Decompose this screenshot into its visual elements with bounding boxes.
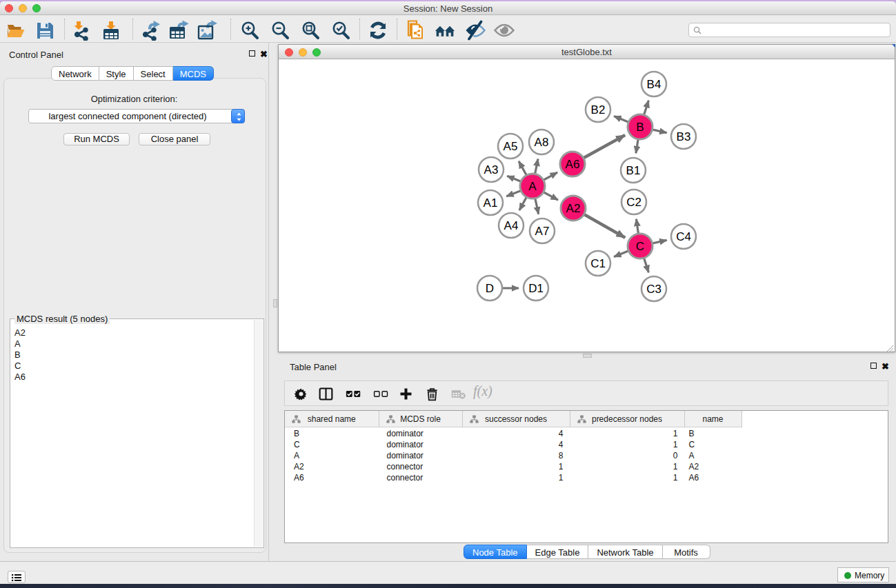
column-header-predecessor-nodes[interactable]: predecessor nodes [570,411,685,427]
cell[interactable]: connector [387,473,424,483]
cell[interactable]: 1 [673,429,678,438]
cell[interactable]: connector [387,462,424,472]
table-row-A6[interactable]: A6connector11A6 [285,472,888,483]
graph-node-B4[interactable]: B4 [641,72,666,97]
mcds-result-item[interactable]: A [14,338,254,349]
table-tab-network-table[interactable]: Network Table [588,545,662,559]
zoom-out-icon[interactable] [270,20,290,41]
function-builder-icon[interactable]: f(x) [473,383,492,399]
table-row-B[interactable]: Bdominator41B [285,428,888,439]
tab-style[interactable]: Style [99,66,134,81]
cell[interactable]: 1 [559,462,564,472]
graph-node-C[interactable]: C [628,234,653,258]
float-panel-icon[interactable] [249,50,255,57]
graph-node-C2[interactable]: C2 [621,190,646,214]
cell[interactable]: A6 [294,473,304,483]
zoom-fit-icon[interactable] [300,20,321,41]
zoom-selected-icon[interactable] [330,20,351,41]
resize-grip-icon[interactable] [886,343,894,351]
vertical-split-handle[interactable] [273,299,277,307]
cell[interactable]: A6 [689,473,699,483]
new-network-from-selection-icon[interactable] [406,20,426,41]
table-row-C[interactable]: Cdominator41C [285,439,888,450]
graph-node-D1[interactable]: D1 [524,276,548,301]
cell[interactable]: C [689,440,695,449]
cell[interactable]: C [294,440,300,449]
cell[interactable]: B [689,429,695,438]
first-neighbors-icon[interactable] [435,20,455,41]
table-float-icon[interactable] [870,363,877,369]
table-close-icon[interactable]: ✖ [882,362,889,371]
cell[interactable]: 1 [559,473,564,483]
column-header-successor-nodes[interactable]: successor nodes [463,411,570,427]
cell[interactable]: dominator [387,429,424,438]
graph-node-C4[interactable]: C4 [671,224,696,249]
delete-column-icon[interactable] [424,386,440,402]
task-history-button[interactable] [8,571,26,583]
save-session-icon[interactable] [34,20,55,41]
refresh-icon[interactable] [368,20,388,41]
cell[interactable]: 4 [559,429,564,438]
deselect-all-icon[interactable] [373,386,389,402]
graph-node-A4[interactable]: A4 [499,213,524,238]
table-settings-gear-icon[interactable] [293,386,309,402]
mcds-result-item[interactable]: A2 [14,327,254,338]
graph-node-A5[interactable]: A5 [498,134,523,159]
graph-node-C3[interactable]: C3 [641,276,666,301]
cell[interactable]: 1 [673,473,678,483]
show-all-icon[interactable] [494,20,515,41]
zoom-in-icon[interactable] [239,20,260,41]
cell[interactable]: B [294,429,299,438]
run-mcds-button[interactable]: Run MCDS [63,133,130,145]
network-canvas[interactable]: B4B2BB3A5A8A6B1A3AA1C2A2A4A7C4CC1C3DD1 [279,60,895,352]
table-tab-node-table[interactable]: Node Table [464,545,527,559]
column-header-name[interactable]: name [685,411,742,427]
graph-node-A2[interactable]: A2 [561,196,586,221]
column-view-icon[interactable] [318,386,334,402]
cell[interactable]: A2 [689,462,699,472]
graph-node-C1[interactable]: C1 [586,251,610,276]
cell[interactable]: A [294,451,299,460]
tab-mcds[interactable]: MCDS [173,66,214,81]
table-tab-motifs[interactable]: Motifs [663,545,710,559]
mcds-result-item[interactable]: C [14,361,254,372]
tab-network[interactable]: Network [51,66,99,81]
cell[interactable]: 1 [673,462,678,472]
column-header-shared-name[interactable]: shared name [285,411,379,427]
mcds-scrollbar[interactable] [254,320,263,547]
close-panel-button[interactable]: Close panel [139,133,210,145]
graph-node-B3[interactable]: B3 [671,124,696,149]
graph-node-A1[interactable]: A1 [478,190,503,215]
graph-node-B[interactable]: B [628,114,653,139]
memory-button[interactable]: Memory [837,567,889,582]
export-image-icon[interactable] [197,20,217,41]
table-row-A[interactable]: Adominator80A [285,450,888,461]
close-panel-icon[interactable]: ✖ [260,50,268,59]
graph-node-A7[interactable]: A7 [530,219,555,243]
graph-node-A[interactable]: A [520,174,545,199]
add-column-icon[interactable] [398,386,414,402]
graph-node-A8[interactable]: A8 [529,130,554,154]
cell[interactable]: A [689,451,695,460]
graph-node-B1[interactable]: B1 [621,158,646,183]
criterion-dropdown[interactable]: largest connected component (directed) [28,109,245,123]
cell[interactable]: A2 [294,462,304,472]
mcds-result-item[interactable]: A6 [14,372,254,383]
export-network-icon[interactable] [140,20,161,41]
import-network-icon[interactable] [72,20,92,41]
tab-select[interactable]: Select [134,66,173,81]
delete-table-icon[interactable] [450,386,466,402]
table-row-A2[interactable]: A2connector11A2 [285,461,888,472]
mcds-result-list[interactable]: A2ABCA6 [11,320,254,547]
cell[interactable]: 0 [673,451,678,460]
hide-selected-icon[interactable] [465,20,486,41]
cell[interactable]: dominator [387,440,424,449]
cell[interactable]: dominator [387,451,424,460]
table-tab-edge-table[interactable]: Edge Table [527,545,589,559]
open-session-icon[interactable] [6,20,26,41]
cell[interactable]: 4 [559,440,564,449]
export-table-icon[interactable] [168,20,189,41]
select-all-icon[interactable] [346,386,361,402]
column-header-MCDS-role[interactable]: MCDS role [379,411,463,427]
mcds-result-item[interactable]: B [14,349,254,361]
